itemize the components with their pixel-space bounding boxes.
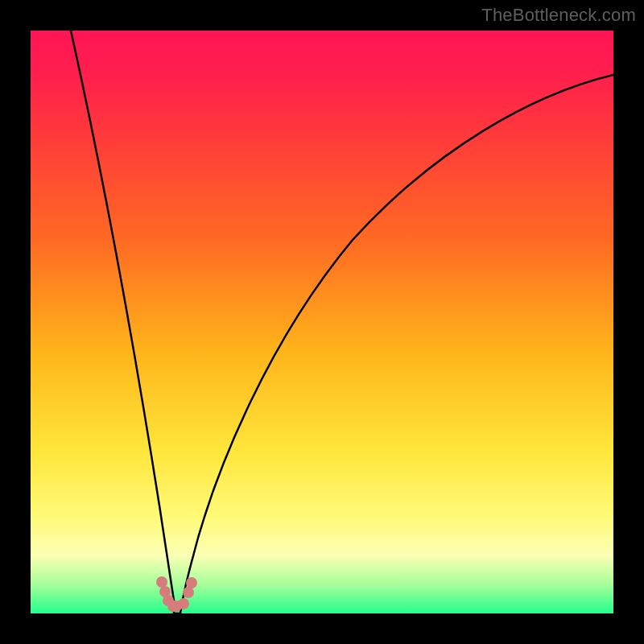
svg-point-6 <box>186 577 197 588</box>
plot-area <box>31 31 613 613</box>
svg-point-0 <box>156 576 167 588</box>
highlight-points <box>156 576 197 612</box>
svg-point-4 <box>178 598 189 609</box>
bottleneck-curve <box>71 31 613 613</box>
watermark-text: TheBottleneck.com <box>481 5 636 26</box>
curve-layer <box>31 31 613 613</box>
svg-point-5 <box>183 587 194 598</box>
chart-frame: TheBottleneck.com <box>0 0 644 644</box>
